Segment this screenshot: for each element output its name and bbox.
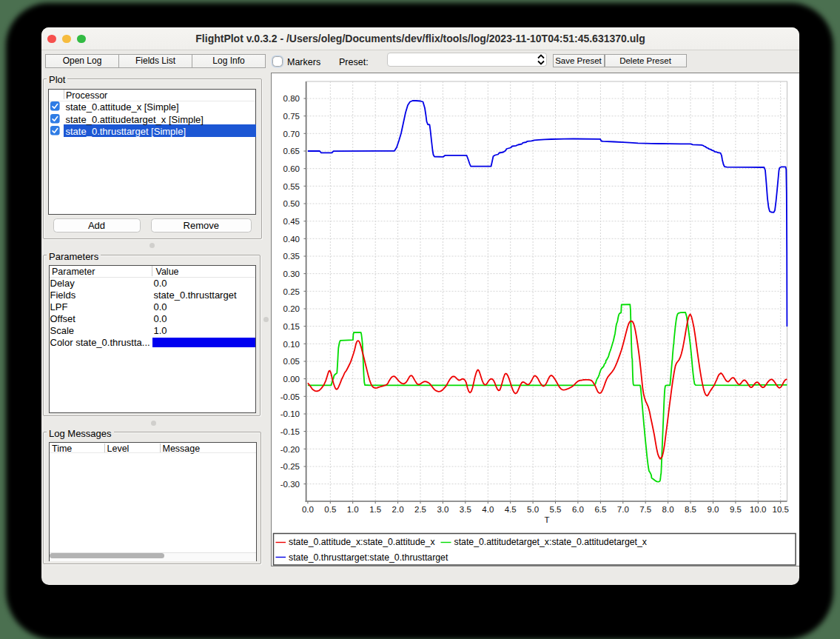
svg-text:0.10: 0.10 bbox=[283, 340, 300, 349]
svg-text:2.5: 2.5 bbox=[414, 505, 426, 514]
svg-text:-0.25: -0.25 bbox=[280, 462, 300, 471]
svg-text:10.5: 10.5 bbox=[773, 505, 789, 514]
svg-text:3.5: 3.5 bbox=[460, 505, 471, 514]
svg-text:-0.05: -0.05 bbox=[280, 392, 300, 401]
svg-text:0.80: 0.80 bbox=[283, 94, 300, 103]
svg-text:0.75: 0.75 bbox=[283, 112, 300, 121]
svg-text:state_0.thrusttarget:state_0.t: state_0.thrusttarget:state_0.thrusttarge… bbox=[289, 552, 448, 563]
svg-text:state_0.attitudetarget_x:state: state_0.attitudetarget_x:state_0.attitud… bbox=[454, 537, 648, 547]
svg-text:10.0: 10.0 bbox=[750, 505, 766, 514]
svg-text:0.25: 0.25 bbox=[283, 287, 300, 296]
svg-text:0.45: 0.45 bbox=[283, 217, 300, 226]
svg-text:9.0: 9.0 bbox=[708, 505, 719, 514]
svg-text:4.0: 4.0 bbox=[482, 505, 494, 514]
svg-text:0.15: 0.15 bbox=[283, 322, 300, 331]
svg-text:0.05: 0.05 bbox=[283, 357, 300, 366]
svg-text:0.5: 0.5 bbox=[324, 505, 336, 514]
svg-text:0.70: 0.70 bbox=[283, 130, 300, 138]
svg-text:0.65: 0.65 bbox=[283, 147, 300, 155]
svg-text:0.60: 0.60 bbox=[283, 164, 300, 173]
svg-text:5.0: 5.0 bbox=[527, 505, 539, 514]
svg-text:2.0: 2.0 bbox=[392, 505, 404, 514]
svg-text:state_0.attitude_x:state_0.att: state_0.attitude_x:state_0.attitude_x bbox=[289, 537, 435, 547]
svg-text:-0.30: -0.30 bbox=[280, 480, 300, 489]
svg-text:0.00: 0.00 bbox=[283, 375, 300, 384]
svg-text:7.5: 7.5 bbox=[639, 505, 651, 514]
svg-text:0.0: 0.0 bbox=[302, 505, 314, 514]
svg-text:8.0: 8.0 bbox=[662, 505, 674, 514]
svg-text:0.40: 0.40 bbox=[283, 235, 300, 244]
svg-text:0.30: 0.30 bbox=[283, 270, 300, 278]
svg-text:-0.20: -0.20 bbox=[280, 445, 300, 454]
svg-text:0.20: 0.20 bbox=[283, 304, 300, 313]
svg-text:-0.15: -0.15 bbox=[280, 427, 300, 436]
svg-text:8.5: 8.5 bbox=[685, 505, 696, 514]
svg-text:5.5: 5.5 bbox=[550, 505, 562, 514]
svg-text:0.55: 0.55 bbox=[283, 182, 300, 191]
svg-text:6.5: 6.5 bbox=[594, 505, 606, 514]
svg-text:0.50: 0.50 bbox=[283, 199, 300, 208]
svg-text:1.0: 1.0 bbox=[347, 505, 359, 514]
svg-text:T: T bbox=[544, 515, 549, 524]
svg-text:1.5: 1.5 bbox=[369, 505, 381, 514]
svg-text:3.0: 3.0 bbox=[437, 505, 448, 514]
svg-text:-0.10: -0.10 bbox=[280, 409, 300, 418]
svg-text:4.5: 4.5 bbox=[505, 505, 517, 514]
svg-text:6.0: 6.0 bbox=[572, 505, 584, 514]
svg-text:9.5: 9.5 bbox=[730, 505, 742, 514]
svg-text:0.35: 0.35 bbox=[283, 252, 300, 261]
svg-text:7.0: 7.0 bbox=[617, 505, 629, 514]
